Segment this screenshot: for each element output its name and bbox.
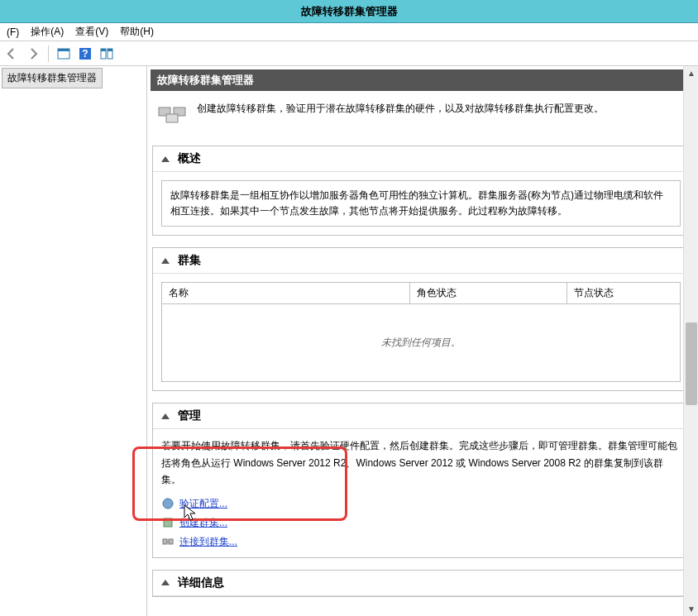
svg-point-11: [163, 499, 173, 509]
validate-config-link[interactable]: 验证配置...: [179, 497, 227, 511]
section-overview-title: 概述: [178, 151, 201, 166]
section-management-header[interactable]: 管理: [153, 404, 689, 429]
scroll-down-arrow[interactable]: ▼: [687, 604, 696, 614]
section-clusters-title: 群集: [178, 253, 201, 268]
svg-rect-6: [101, 49, 106, 51]
svg-rect-10: [166, 114, 178, 122]
management-description: 若要开始使用故障转移群集，请首先验证硬件配置，然后创建群集。完成这些步骤后，即可…: [161, 437, 681, 488]
tree-root-item[interactable]: 故障转移群集管理器: [2, 68, 103, 88]
clusters-empty-message: 未找到任何项目。: [162, 304, 680, 381]
menu-help[interactable]: 帮助(H): [117, 23, 157, 41]
create-cluster-link-row: 创建群集...: [161, 516, 681, 530]
intro-text: 创建故障转移群集，验证用于潜在故障转移群集的硬件，以及对故障转移群集执行配置更改…: [197, 99, 604, 116]
navigation-tree: 故障转移群集管理器: [0, 66, 147, 616]
nav-forward-button[interactable]: [23, 44, 43, 64]
chevron-up-icon: [161, 156, 170, 162]
column-node-status[interactable]: 节点状态: [567, 283, 680, 303]
section-details: 详细信息: [152, 570, 690, 597]
validate-icon: [161, 497, 174, 510]
section-overview: 概述 故障转移群集是一组相互协作以增加服务器角色可用性的独立计算机。群集服务器(…: [152, 146, 690, 236]
create-cluster-link[interactable]: 创建群集...: [179, 516, 227, 530]
content-header: 故障转移群集管理器: [151, 69, 691, 91]
chevron-up-icon: [161, 580, 170, 585]
help-button[interactable]: ?: [75, 44, 95, 64]
cluster-icon: [155, 99, 189, 127]
clusters-table-header: 名称 角色状态 节点状态: [162, 283, 680, 304]
section-management: 管理 若要开始使用故障转移群集，请首先验证硬件配置，然后创建群集。完成这些步骤后…: [152, 403, 690, 557]
menu-bar: (F) 操作(A) 查看(V) 帮助(H): [0, 23, 698, 41]
window-titlebar: 故障转移群集管理器: [0, 0, 698, 23]
scroll-thumb[interactable]: [686, 322, 697, 405]
section-management-title: 管理: [178, 408, 201, 423]
toolbar: ?: [0, 41, 698, 66]
properties-button[interactable]: [54, 44, 74, 64]
create-icon: [161, 516, 174, 529]
section-details-title: 详细信息: [178, 575, 224, 590]
section-overview-header[interactable]: 概述: [153, 146, 689, 172]
validate-config-link-row: 验证配置...: [161, 497, 681, 511]
column-role-status[interactable]: 角色状态: [410, 283, 567, 303]
content-title: 故障转移群集管理器: [157, 73, 254, 88]
svg-rect-7: [108, 49, 112, 51]
column-name[interactable]: 名称: [162, 283, 410, 303]
svg-rect-13: [163, 539, 167, 544]
tile-button[interactable]: [97, 44, 117, 64]
menu-view[interactable]: 查看(V): [72, 23, 112, 41]
vertical-scrollbar[interactable]: ▲ ▼: [683, 66, 698, 616]
intro-block: 创建故障转移群集，验证用于潜在故障转移群集的硬件，以及对故障转移群集执行配置更改…: [151, 91, 691, 142]
scroll-up-arrow[interactable]: ▲: [687, 69, 696, 78]
section-clusters-header[interactable]: 群集: [153, 248, 689, 274]
section-details-header[interactable]: 详细信息: [153, 571, 689, 596]
svg-text:?: ?: [82, 48, 88, 60]
chevron-up-icon: [161, 258, 170, 264]
svg-rect-12: [164, 518, 172, 527]
chevron-up-icon: [161, 413, 170, 419]
window-title: 故障转移群集管理器: [301, 5, 398, 17]
toolbar-separator: [48, 45, 49, 62]
connect-cluster-link[interactable]: 连接到群集...: [179, 535, 237, 549]
overview-description: 故障转移群集是一组相互协作以增加服务器角色可用性的独立计算机。群集服务器(称为节…: [161, 180, 681, 227]
section-clusters: 群集 名称 角色状态 节点状态 未找到任何项目。: [152, 247, 690, 391]
connect-cluster-link-row: 连接到群集...: [161, 535, 681, 549]
svg-rect-1: [58, 49, 69, 51]
nav-back-button[interactable]: [2, 44, 22, 64]
menu-file[interactable]: (F): [3, 25, 22, 40]
connect-icon: [161, 535, 174, 548]
content-pane: 故障转移群集管理器 创建故障转移群集，验证用于潜在故障转移群集的硬件，以及对故障…: [147, 66, 698, 616]
menu-action[interactable]: 操作(A): [27, 23, 67, 41]
clusters-table: 名称 角色状态 节点状态 未找到任何项目。: [161, 282, 681, 382]
svg-rect-14: [169, 539, 173, 544]
